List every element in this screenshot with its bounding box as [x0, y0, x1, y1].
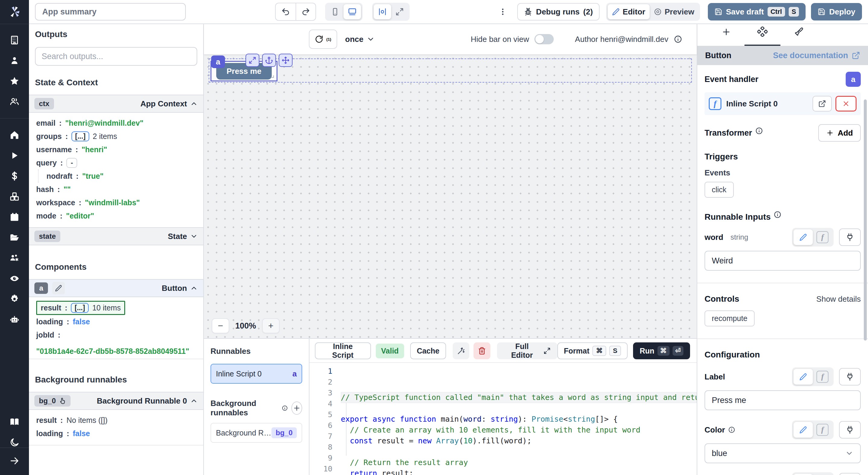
see-documentation-link[interactable]: See documentation	[773, 51, 860, 60]
runnable-item-inline-script-0[interactable]: Inline Script 0 a	[211, 364, 302, 384]
inline-script-row[interactable]: f Inline Script 0	[705, 92, 861, 115]
runs-play-icon[interactable]	[9, 150, 20, 161]
schedules-calendar-icon[interactable]	[9, 212, 20, 222]
chevron-up-icon[interactable]	[190, 397, 198, 405]
resize-handle-icon[interactable]	[269, 73, 275, 79]
empty-object-chip[interactable]: -	[66, 158, 77, 168]
ai-robot-icon[interactable]	[9, 314, 20, 325]
cache-button[interactable]: Cache	[410, 342, 446, 359]
edit-id-pencil-icon[interactable]	[52, 282, 65, 295]
word-value-input[interactable]	[705, 251, 861, 271]
center-content-button[interactable]	[374, 4, 391, 19]
variables-dollar-icon[interactable]	[9, 171, 20, 181]
code-editor[interactable]: 12345678910 // TypeScript function calle…	[309, 362, 697, 475]
add-background-runnable-button[interactable]	[291, 402, 302, 415]
full-editor-button[interactable]: Full Editor	[497, 342, 557, 359]
ctx-row-workspace[interactable]: workspace:"windmill-labs"	[36, 196, 196, 209]
eval-fx-option[interactable]: f	[813, 229, 832, 245]
refresh-runnables-button[interactable]: (1)	[309, 30, 337, 49]
tab-insert-component[interactable]	[708, 27, 744, 46]
settings-scrollbar[interactable]	[864, 99, 867, 341]
groups-icon[interactable]	[9, 96, 20, 107]
selected-output-box[interactable]: result: [...] 10 items	[36, 301, 125, 315]
settings-gear-icon[interactable]	[9, 294, 20, 304]
workers-users-gear-icon[interactable]	[9, 253, 20, 263]
code-line[interactable]	[341, 403, 697, 414]
recompute-chip[interactable]: recompute	[705, 310, 754, 327]
ai-wand-button[interactable]	[453, 342, 469, 359]
full-width-button[interactable]	[391, 4, 408, 19]
ctx-row-email[interactable]: email:"henri@windmill.dev"	[36, 116, 196, 130]
a-row-jobid[interactable]: jobId:	[36, 328, 196, 341]
tab-styling[interactable]	[780, 27, 817, 46]
favorites-star-icon[interactable]	[9, 76, 20, 86]
debug-runs-button[interactable]: Debug runs (2)	[517, 3, 599, 21]
folders-icon[interactable]	[9, 232, 20, 243]
expand-handle[interactable]	[246, 54, 259, 67]
remove-script-button[interactable]	[835, 96, 857, 111]
mobile-view-button[interactable]	[327, 4, 343, 19]
eval-fx-option[interactable]: f	[813, 474, 832, 475]
connect-plug-button[interactable]	[839, 229, 861, 246]
info-icon[interactable]	[755, 127, 763, 135]
save-draft-button[interactable]: Save draft Ctrl S	[708, 3, 806, 21]
connect-plug-button[interactable]	[839, 368, 861, 385]
code-line[interactable]: return result;	[341, 468, 697, 475]
ctx-row-mode[interactable]: mode:"editor"	[36, 209, 196, 223]
code-line[interactable]: const result = new Array(10).fill(word);	[341, 436, 697, 446]
tab-component-settings[interactable]	[744, 27, 780, 46]
ctx-row-nodraft[interactable]: nodraft:"true"	[38, 169, 196, 183]
dark-mode-moon-icon[interactable]	[9, 437, 20, 448]
expand-array-chip[interactable]: [...]	[71, 131, 89, 141]
language-button[interactable]: Inline Script	[315, 342, 371, 359]
expand-array-chip[interactable]: [...]	[71, 303, 89, 313]
bg0-row-loading[interactable]: loading:false	[36, 427, 196, 440]
code-line[interactable]: // Return the result array	[341, 457, 697, 468]
code-line[interactable]	[341, 446, 697, 457]
connect-plug-button[interactable]	[839, 421, 861, 439]
component-id-badge[interactable]: a	[211, 56, 225, 68]
static-pencil-option[interactable]	[794, 422, 813, 438]
runnable-item-bg0[interactable]: Background Runna... bg_0	[211, 423, 302, 443]
app-summary-input[interactable]	[35, 3, 186, 21]
workspace-building-icon[interactable]	[9, 35, 20, 45]
app-canvas[interactable]: a Press me − 100%	[204, 54, 697, 338]
audit-eye-icon[interactable]	[9, 273, 20, 283]
component-a-header[interactable]: a Button	[29, 279, 203, 297]
windmill-logo[interactable]	[0, 0, 29, 24]
a-row-result[interactable]: result: [...] 10 items	[36, 301, 196, 315]
search-outputs-input[interactable]	[35, 47, 197, 66]
connect-plug-button[interactable]	[839, 473, 861, 475]
add-transformer-button[interactable]: Add	[818, 124, 861, 142]
static-pencil-option[interactable]	[794, 369, 813, 384]
chevron-down-icon[interactable]	[190, 232, 198, 240]
color-select[interactable]: blue	[705, 443, 861, 463]
bg0-section-header[interactable]: bg_0 Background Runnable 0	[29, 392, 203, 410]
anchor-handle[interactable]	[262, 54, 276, 67]
desktop-view-button[interactable]	[343, 4, 361, 19]
home-icon[interactable]	[9, 130, 20, 140]
hide-bar-toggle[interactable]	[534, 34, 554, 44]
ctx-row-hash[interactable]: hash:""	[36, 183, 196, 196]
move-handle[interactable]	[279, 54, 292, 67]
static-pencil-option[interactable]	[794, 474, 813, 475]
zoom-in-button[interactable]: +	[262, 318, 280, 333]
code-line[interactable]: // TypeScript function called "main" tha…	[341, 392, 697, 403]
code-line[interactable]: // Create an array with 10 elements, fil…	[341, 425, 697, 436]
info-icon[interactable]	[728, 426, 735, 433]
format-button[interactable]: Format ⌘ S	[557, 342, 628, 359]
code-lines[interactable]: // TypeScript function called "main" tha…	[341, 366, 697, 475]
show-details-link[interactable]: Show details	[816, 295, 861, 304]
docs-book-icon[interactable]	[9, 417, 20, 427]
user-icon[interactable]	[9, 56, 20, 66]
bg0-row-result[interactable]: result:No items ([])	[36, 413, 196, 427]
deploy-button[interactable]: Deploy	[811, 3, 862, 21]
chevron-up-icon[interactable]	[190, 284, 198, 292]
more-menu-kebab-icon[interactable]	[499, 7, 507, 16]
zoom-out-button[interactable]: −	[212, 318, 229, 333]
code-line[interactable]: export async function main(word: string)…	[341, 414, 697, 425]
eval-fx-option[interactable]: f	[813, 369, 832, 384]
state-section-header[interactable]: state State	[29, 227, 203, 245]
run-button[interactable]: Run ⌘ ⏎	[633, 342, 690, 359]
info-icon[interactable]	[774, 211, 781, 218]
